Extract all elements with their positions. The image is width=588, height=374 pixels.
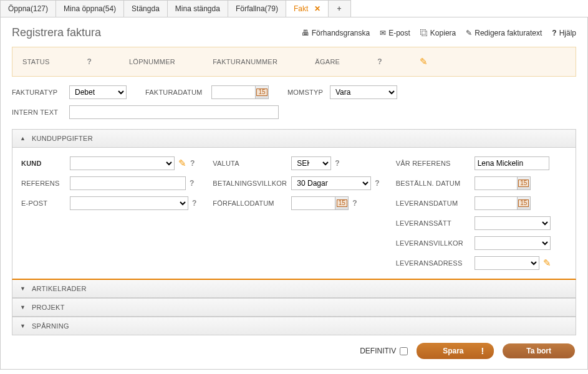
pencil-icon: ✎ xyxy=(466,29,472,37)
betalningsvillkor-select[interactable]: 30 Dagar xyxy=(291,176,371,190)
edit-text-button[interactable]: ✎ Redigera fakturatext xyxy=(466,29,542,37)
calendar-button[interactable]: 15 xyxy=(335,196,349,210)
calendar-button[interactable]: 15 xyxy=(255,85,269,99)
intern-text-input[interactable] xyxy=(69,105,279,119)
section-projekt-header[interactable]: ▼ PROJEKT xyxy=(12,298,576,317)
page-title: Registrera faktura xyxy=(12,26,101,39)
preview-button[interactable]: 🖶 Förhandsgranska xyxy=(302,29,370,37)
fakturatyp-select[interactable]: Debet xyxy=(69,85,127,99)
pencil-icon[interactable]: ✎ xyxy=(178,158,186,169)
leveransdatum-input[interactable] xyxy=(475,196,517,210)
pencil-icon[interactable]: ✎ xyxy=(420,56,428,67)
help-icon[interactable]: ? xyxy=(192,199,196,208)
fakturanummer-label: FAKTURANUMMER xyxy=(213,58,277,65)
fakturadatum-label: FAKTURADATUM xyxy=(145,89,208,96)
help-icon[interactable]: ? xyxy=(190,179,194,188)
leveranssatt-select[interactable] xyxy=(475,216,551,230)
help-icon[interactable]: ? xyxy=(87,57,92,66)
email-button[interactable]: ✉ E-post xyxy=(380,29,410,37)
copy-button[interactable]: ⿻ Kopiera xyxy=(420,29,456,37)
status-label: STATUS xyxy=(22,58,50,65)
definitiv-checkbox[interactable] xyxy=(400,347,408,355)
kund-label: KUND xyxy=(21,160,66,167)
tab-open[interactable]: Öppna(127) xyxy=(0,0,56,17)
toolbar: 🖶 Förhandsgranska ✉ E-post ⿻ Kopiera ✎ R… xyxy=(302,29,576,37)
save-button[interactable]: Spara ! xyxy=(417,343,494,359)
calendar-icon: 15 xyxy=(256,89,267,96)
tab-overdue[interactable]: Förfallna(79) xyxy=(228,0,286,17)
bestalln-datum-label: BESTÄLLN. DATUM xyxy=(396,180,471,187)
help-icon[interactable]: ? xyxy=(335,159,339,168)
forfallodatum-input[interactable] xyxy=(291,196,335,210)
collapse-icon: ▲ xyxy=(20,135,26,141)
lopnummer-label: LÖPNUMMER xyxy=(129,58,175,65)
tab-add[interactable]: + xyxy=(328,0,351,17)
calendar-icon: 15 xyxy=(337,199,347,207)
momstyp-label: MOMSTYP xyxy=(287,89,326,96)
kund-select[interactable] xyxy=(70,156,175,170)
calendar-button[interactable]: 15 xyxy=(517,196,531,210)
var-referens-input[interactable] xyxy=(475,156,549,170)
referens-input[interactable] xyxy=(70,176,186,190)
help-icon[interactable]: ? xyxy=(375,179,379,188)
agare-label: ÄGARE xyxy=(315,58,340,65)
forfallodatum-label: FÖRFALLODATUM xyxy=(213,199,287,207)
mail-icon: ✉ xyxy=(380,29,386,37)
expand-icon: ▼ xyxy=(20,285,26,292)
leveransvillkor-label: LEVERANSVILLKOR xyxy=(396,239,471,247)
copy-icon: ⿻ xyxy=(420,29,428,37)
pencil-icon[interactable]: ✎ xyxy=(543,257,551,269)
fakturadatum-input[interactable] xyxy=(211,85,255,99)
betalningsvillkor-label: BETALNINGSVILLKOR xyxy=(213,180,287,187)
epost-label: E-POST xyxy=(21,199,66,207)
help-button[interactable]: ? Hjälp xyxy=(552,29,576,37)
help-icon[interactable]: ? xyxy=(190,159,195,168)
tab-invoice[interactable]: Fakt ✕ xyxy=(286,0,329,17)
leveransvillkor-select[interactable] xyxy=(475,236,551,250)
leveransadress-select[interactable] xyxy=(475,256,539,270)
fakturatyp-label: FAKTURATYP xyxy=(12,89,65,96)
help-icon[interactable]: ? xyxy=(352,199,357,208)
valuta-select[interactable]: SEK xyxy=(291,156,331,170)
epost-select[interactable] xyxy=(70,196,188,210)
leveranssatt-label: LEVERANSSÄTT xyxy=(396,219,471,227)
help-icon[interactable]: ? xyxy=(377,57,382,66)
leveransadress-label: LEVERANSADRESS xyxy=(396,259,471,267)
close-icon[interactable]: ✕ xyxy=(314,4,321,13)
section-kund-header[interactable]: ▲ KUNDUPPGIFTER xyxy=(12,129,576,148)
calendar-icon: 15 xyxy=(518,180,529,187)
intern-text-label: INTERN TEXT xyxy=(12,108,65,116)
bestalln-datum-input[interactable] xyxy=(475,176,517,190)
tab-bar: Öppna(127) Mina öppna(54) Stängda Mina s… xyxy=(0,0,588,17)
section-sparning-header[interactable]: ▼ SPÅRNING xyxy=(12,317,576,335)
calendar-icon: 15 xyxy=(518,199,529,207)
var-referens-label: VÅR REFERENS xyxy=(396,160,471,167)
tab-my-closed[interactable]: Mina stängda xyxy=(167,0,228,17)
printer-icon: 🖶 xyxy=(302,29,309,37)
valuta-label: VALUTA xyxy=(213,160,287,167)
tab-my-open[interactable]: Mina öppna(54) xyxy=(55,0,124,17)
delete-button[interactable]: Ta bort xyxy=(503,343,575,358)
definitiv-label: DEFINITIV xyxy=(360,347,396,355)
section-artikel-header[interactable]: ▼ ARTIKELRADER xyxy=(12,280,576,298)
status-bar: STATUS ? LÖPNUMMER FAKTURANUMMER ÄGARE ?… xyxy=(12,47,576,77)
momstyp-select[interactable]: Vara xyxy=(330,85,397,99)
calendar-button[interactable]: 15 xyxy=(517,176,531,190)
help-icon: ? xyxy=(552,29,556,37)
alert-icon: ! xyxy=(481,346,484,356)
expand-icon: ▼ xyxy=(20,323,26,329)
tab-closed[interactable]: Stängda xyxy=(123,0,168,17)
referens-label: REFERENS xyxy=(21,180,66,187)
expand-icon: ▼ xyxy=(20,304,26,310)
leveransdatum-label: LEVERANSDATUM xyxy=(396,199,471,207)
